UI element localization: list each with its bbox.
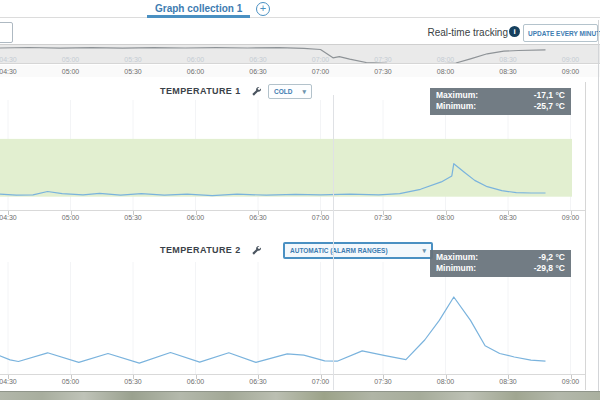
info-icon[interactable]: i (509, 26, 520, 37)
add-collection-button[interactable]: + (256, 2, 270, 16)
panel1-mode-dropdown[interactable]: COLD ▾ (268, 84, 312, 99)
time-navigator[interactable]: 04:3005:0005:3006:0006:3007:0007:3008:00… (0, 44, 600, 64)
axis-label: 06:30 (249, 214, 267, 221)
axis-label: 06:00 (187, 378, 205, 385)
axis-label: 08:00 (437, 68, 455, 75)
monitoring-dashboard: Graph collection 1 + Real-time tracking … (0, 0, 600, 400)
panel2-mode-label: AUTOMATIC (ALARM RANGES) (290, 247, 388, 254)
axis-label: 05:30 (124, 68, 142, 75)
axis-label: 05:00 (62, 68, 80, 75)
partial-control-cutoff[interactable] (0, 22, 13, 43)
chevron-down-icon: ▾ (422, 247, 426, 255)
min-value: -29,8 °C (534, 263, 565, 274)
axis-label: 08:30 (499, 68, 517, 75)
chevron-down-icon: ▾ (302, 88, 306, 96)
axis-label: 05:00 (62, 378, 80, 385)
axis-label: 07:00 (312, 68, 330, 75)
axis-label: 06:00 (187, 68, 205, 75)
axis-label: 08:00 (437, 378, 455, 385)
axis-label: 05:00 (62, 214, 80, 221)
axis-label: 09:00 (562, 378, 580, 385)
panel1-time-axis: 04:3005:0005:3006:0006:3007:0007:3008:00… (0, 211, 600, 225)
axis-label: 09:00 (562, 68, 580, 75)
max-label: Maximum: (436, 252, 478, 263)
panel1-title: TEMPERATURE 1 (160, 86, 241, 96)
temperature1-chart[interactable] (0, 100, 600, 210)
next-panel-cutoff (0, 391, 600, 400)
axis-label: 09:00 (562, 214, 580, 221)
axis-label: 08:30 (499, 378, 517, 385)
axis-label: 07:30 (374, 68, 392, 75)
panel2-mode-dropdown[interactable]: AUTOMATIC (ALARM RANGES) ▾ (283, 242, 433, 259)
tab-label: Graph collection 1 (155, 3, 242, 14)
plus-icon: + (260, 2, 266, 14)
max-label: Maximum: (436, 90, 478, 101)
axis-label: 08:00 (437, 214, 455, 221)
panel1-mode-label: COLD (274, 88, 292, 95)
active-tab-underline (147, 15, 250, 18)
wrench-icon[interactable] (251, 245, 262, 256)
min-value: -25,7 °C (534, 101, 565, 112)
panel2-time-axis: 04:3005:0005:3006:0006:3007:0007:3008:00… (0, 375, 600, 389)
min-label: Minimum: (436, 101, 476, 112)
axis-label: 06:30 (249, 68, 267, 75)
axis-label: 07:30 (374, 214, 392, 221)
navigator-axis: 04:3005:0005:3006:0006:3007:0007:3008:00… (0, 65, 600, 77)
temperature2-chart[interactable] (0, 262, 600, 374)
max-value: -9,2 °C (538, 252, 565, 263)
axis-label: 08:30 (499, 214, 517, 221)
axis-label: 06:30 (249, 378, 267, 385)
tab-bar: Graph collection 1 + (0, 0, 600, 18)
axis-label: 04:30 (0, 378, 17, 385)
window-edge (598, 20, 599, 400)
axis-label: 07:00 (312, 214, 330, 221)
axis-label: 06:00 (187, 214, 205, 221)
axis-label: 05:30 (124, 378, 142, 385)
navigator-chart (0, 45, 600, 64)
min-label: Minimum: (436, 263, 476, 274)
panel-right-border (585, 82, 586, 390)
tracking-label: Real-time tracking (427, 27, 508, 38)
panel1-stats-tooltip: Maximum: -17,1 °C Minimum: -25,7 °C (430, 88, 571, 115)
axis-label: 04:30 (0, 68, 17, 75)
axis-label: 05:30 (124, 214, 142, 221)
panel2-title: TEMPERATURE 2 (160, 245, 241, 255)
update-frequency-label: UPDATE EVERY MINUTE (528, 30, 600, 37)
axis-label: 07:30 (374, 378, 392, 385)
axis-label: 04:30 (0, 214, 17, 221)
update-frequency-dropdown[interactable]: UPDATE EVERY MINUTE ▾ (523, 24, 598, 42)
crosshair-line (333, 95, 334, 390)
wrench-icon[interactable] (251, 86, 262, 97)
axis-label: 07:00 (312, 378, 330, 385)
panel2-stats-tooltip: Maximum: -9,2 °C Minimum: -29,8 °C (430, 250, 571, 277)
max-value: -17,1 °C (534, 90, 565, 101)
